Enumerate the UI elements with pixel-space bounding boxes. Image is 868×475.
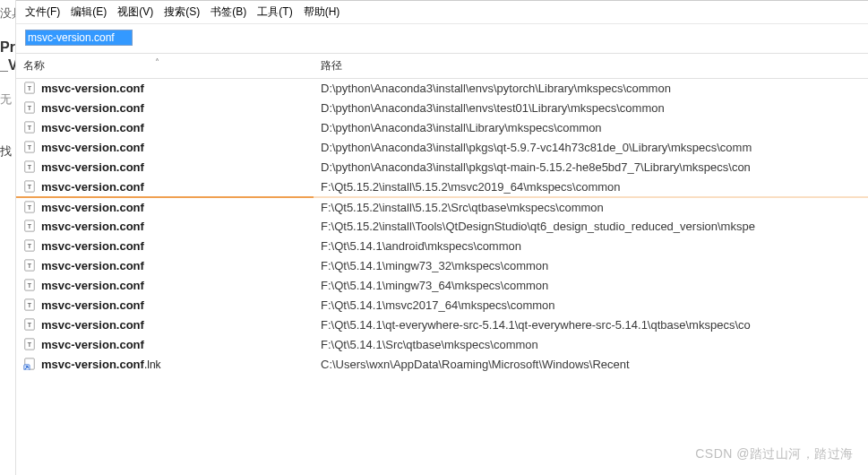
file-name-label: msvc-version.conf xyxy=(41,259,144,272)
search-bar: msvc-version.conf xyxy=(16,24,868,53)
file-name-cell[interactable]: Tmsvc-version.conf xyxy=(16,296,314,315)
svg-text:T: T xyxy=(28,85,32,91)
results-table: 名称 ˄ 路径 Tmsvc-version.confD:\python\Anac… xyxy=(16,53,868,375)
table-row[interactable]: Tmsvc-version.confF:\Qt\5.14.1\mingw73_6… xyxy=(16,276,868,296)
file-name-label: msvc-version.conf xyxy=(41,141,144,154)
text-file-icon: T xyxy=(23,121,36,134)
file-path-cell[interactable]: D:\python\Anaconda3\install\pkgs\qt-main… xyxy=(314,158,868,177)
file-path-cell[interactable]: D:\python\Anaconda3\install\pkgs\qt-5.9.… xyxy=(314,138,868,158)
file-path-cell[interactable]: F:\Qt\5.14.1\mingw73_64\mkspecs\common xyxy=(314,276,868,296)
table-row[interactable]: Tmsvc-version.confF:\Qt\5.14.1\Src\qtbas… xyxy=(16,335,868,355)
file-path-cell[interactable]: F:\Qt5.15.2\install\5.15.2\Src\qtbase\mk… xyxy=(314,197,868,217)
file-path-cell[interactable]: D:\python\Anaconda3\install\envs\test01\… xyxy=(314,99,868,118)
file-path-cell[interactable]: F:\Qt5.15.2\install\5.15.2\msvc2019_64\m… xyxy=(314,177,868,197)
file-name-cell[interactable]: Tmsvc-version.conf xyxy=(16,118,314,138)
file-name-label: msvc-version.conf xyxy=(41,338,144,351)
file-name-label: msvc-version.conf xyxy=(41,358,144,371)
menu-file[interactable]: 文件(F) xyxy=(25,4,60,20)
svg-text:T: T xyxy=(28,203,32,210)
table-row[interactable]: Tmsvc-version.confD:\python\Anaconda3\in… xyxy=(16,138,868,158)
table-row[interactable]: msvc-version.conf.lnkC:\Users\wxn\AppDat… xyxy=(16,355,868,375)
file-name-cell[interactable]: Tmsvc-version.conf xyxy=(16,79,314,99)
menu-tools[interactable]: 工具(T) xyxy=(257,4,292,20)
file-name-cell[interactable]: Tmsvc-version.conf xyxy=(16,276,314,296)
file-name-cell[interactable]: Tmsvc-version.conf xyxy=(16,217,314,237)
file-path-cell[interactable]: F:\Qt\5.14.1\qt-everywhere-src-5.14.1\qt… xyxy=(314,315,868,335)
text-file-icon: T xyxy=(23,298,36,311)
table-row[interactable]: Tmsvc-version.confF:\Qt5.15.2\install\5.… xyxy=(16,197,868,217)
table-row[interactable]: Tmsvc-version.confD:\python\Anaconda3\in… xyxy=(16,158,868,177)
text-file-icon: T xyxy=(23,239,36,252)
file-name-cell[interactable]: Tmsvc-version.conf xyxy=(16,335,314,355)
shortcut-file-icon xyxy=(23,358,36,370)
table-row[interactable]: Tmsvc-version.confF:\Qt\5.14.1\android\m… xyxy=(16,237,868,256)
file-name-cell[interactable]: Tmsvc-version.conf xyxy=(16,315,314,335)
file-name-label: msvc-version.conf xyxy=(41,180,144,194)
menu-bookmark[interactable]: 书签(B) xyxy=(211,4,246,20)
svg-text:T: T xyxy=(28,144,32,151)
file-path-cell[interactable]: F:\Qt\5.14.1\mingw73_32\mkspecs\common xyxy=(314,256,868,276)
file-name-label: msvc-version.conf xyxy=(41,101,144,115)
cropped-left-content: 没具 Pr _V 无 找 xyxy=(0,0,16,475)
file-name-label: msvc-version.conf xyxy=(41,82,144,95)
file-path-cell[interactable]: F:\Qt\5.14.1\Src\qtbase\mkspecs\common xyxy=(314,335,868,355)
column-header-name[interactable]: 名称 ˄ xyxy=(16,54,314,79)
text-file-icon: T xyxy=(23,279,36,291)
file-name-cell[interactable]: Tmsvc-version.conf xyxy=(16,99,314,118)
table-row[interactable]: Tmsvc-version.confF:\Qt5.15.2\install\To… xyxy=(16,217,868,237)
text-file-icon: T xyxy=(23,160,36,173)
table-row[interactable]: Tmsvc-version.confF:\Qt5.15.2\install\5.… xyxy=(16,177,868,197)
file-path-cell[interactable]: F:\Qt\5.14.1\android\mkspecs\common xyxy=(314,237,868,256)
table-row[interactable]: Tmsvc-version.confD:\python\Anaconda3\in… xyxy=(16,99,868,118)
table-row[interactable]: Tmsvc-version.confF:\Qt\5.14.1\mingw73_3… xyxy=(16,256,868,276)
main-panel: 文件(F) 编辑(E) 视图(V) 搜索(S) 书签(B) 工具(T) 帮助(H… xyxy=(16,0,868,475)
menu-search[interactable]: 搜索(S) xyxy=(164,4,200,20)
file-path-cell[interactable]: D:\python\Anaconda3\install\envs\pytorch… xyxy=(314,79,868,99)
search-input[interactable]: msvc-version.conf xyxy=(25,30,133,46)
svg-text:T: T xyxy=(28,183,32,189)
text-file-icon: T xyxy=(23,101,36,114)
file-path-cell[interactable]: F:\Qt5.15.2\install\Tools\QtDesignStudio… xyxy=(314,217,868,237)
file-name-cell[interactable]: msvc-version.conf.lnk xyxy=(16,355,314,375)
file-path-cell[interactable]: C:\Users\wxn\AppData\Roaming\Microsoft\W… xyxy=(314,355,868,375)
file-name-label: msvc-version.conf xyxy=(41,160,144,174)
file-extension-label: .lnk xyxy=(144,358,161,371)
table-row[interactable]: Tmsvc-version.confD:\python\Anaconda3\in… xyxy=(16,79,868,99)
file-path-cell[interactable]: F:\Qt\5.14.1\msvc2017_64\mkspecs\common xyxy=(314,296,868,315)
results-table-wrap: 名称 ˄ 路径 Tmsvc-version.confD:\python\Anac… xyxy=(16,53,868,475)
file-name-cell[interactable]: Tmsvc-version.conf xyxy=(16,177,314,197)
file-path-cell[interactable]: D:\python\Anaconda3\install\Library\mksp… xyxy=(314,118,868,138)
svg-text:T: T xyxy=(28,322,32,328)
text-file-icon: T xyxy=(23,82,36,94)
column-header-name-label: 名称 xyxy=(23,59,45,72)
svg-text:T: T xyxy=(28,223,32,229)
text-file-icon: T xyxy=(23,259,36,272)
menu-bar: 文件(F) 编辑(E) 视图(V) 搜索(S) 书签(B) 工具(T) 帮助(H… xyxy=(16,1,868,24)
file-name-label: msvc-version.conf xyxy=(41,239,144,253)
column-header-path[interactable]: 路径 xyxy=(314,54,868,79)
svg-text:T: T xyxy=(28,125,32,131)
watermark: CSDN @踏过山河，踏过海 xyxy=(695,446,854,462)
table-row[interactable]: Tmsvc-version.confD:\python\Anaconda3\in… xyxy=(16,118,868,138)
file-name-label: msvc-version.conf xyxy=(41,220,144,233)
file-name-label: msvc-version.conf xyxy=(41,298,144,312)
svg-text:T: T xyxy=(28,243,32,249)
file-name-cell[interactable]: Tmsvc-version.conf xyxy=(16,237,314,256)
menu-view[interactable]: 视图(V) xyxy=(117,4,153,20)
file-name-label: msvc-version.conf xyxy=(41,279,144,292)
file-name-label: msvc-version.conf xyxy=(41,121,144,134)
text-file-icon: T xyxy=(23,180,36,193)
table-row[interactable]: Tmsvc-version.confF:\Qt\5.14.1\qt-everyw… xyxy=(16,315,868,335)
text-file-icon: T xyxy=(23,220,36,232)
table-row[interactable]: Tmsvc-version.confF:\Qt\5.14.1\msvc2017_… xyxy=(16,296,868,315)
menu-edit[interactable]: 编辑(E) xyxy=(71,4,107,20)
svg-text:T: T xyxy=(28,341,32,348)
svg-text:T: T xyxy=(28,263,32,269)
column-header-path-label: 路径 xyxy=(321,59,342,72)
file-name-cell[interactable]: Tmsvc-version.conf xyxy=(16,158,314,177)
file-name-cell[interactable]: Tmsvc-version.conf xyxy=(16,197,314,217)
text-file-icon: T xyxy=(23,318,36,331)
menu-help[interactable]: 帮助(H) xyxy=(304,4,340,20)
file-name-cell[interactable]: Tmsvc-version.conf xyxy=(16,138,314,158)
file-name-cell[interactable]: Tmsvc-version.conf xyxy=(16,256,314,276)
